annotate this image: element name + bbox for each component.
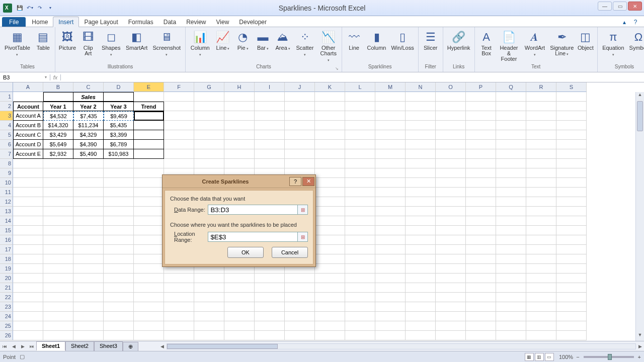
cell-J6[interactable] (285, 140, 315, 149)
cell-Q15[interactable] (496, 226, 526, 235)
col-header-N[interactable]: N (406, 82, 436, 92)
cell-P5[interactable] (466, 130, 496, 140)
cell-B24[interactable] (43, 312, 73, 321)
cell-R14[interactable] (526, 216, 556, 226)
cell-E13[interactable] (134, 207, 164, 216)
cell-N21[interactable] (406, 283, 436, 293)
cell-E6[interactable] (134, 140, 164, 149)
row-header-4[interactable]: 4 (0, 121, 13, 130)
cell-N9[interactable] (406, 168, 436, 178)
cell-S7[interactable] (556, 149, 587, 159)
table-button[interactable]: ▤Table (34, 28, 53, 52)
cell-Q11[interactable] (496, 188, 526, 197)
cell-G7[interactable] (194, 149, 224, 159)
cell-H24[interactable] (224, 312, 255, 321)
data-range-selector-icon[interactable]: ⊞ (298, 205, 308, 215)
cell-H26[interactable] (224, 331, 255, 340)
cell-H6[interactable] (224, 140, 255, 149)
cell-C6[interactable]: $4,390 (73, 140, 104, 149)
cell-D19[interactable] (104, 264, 134, 274)
cell-A5[interactable]: Account C (13, 130, 43, 140)
cell-L3[interactable] (345, 111, 375, 121)
cell-L6[interactable] (345, 140, 375, 149)
col-header-O[interactable]: O (436, 82, 466, 92)
cell-Q24[interactable] (496, 312, 526, 321)
cell-S3[interactable] (556, 111, 587, 121)
row-header-6[interactable]: 6 (0, 140, 13, 149)
cell-K11[interactable] (315, 188, 345, 197)
cell-B20[interactable] (43, 274, 73, 283)
cell-S9[interactable] (556, 168, 587, 178)
col-header-E[interactable]: E (134, 82, 164, 92)
cell-G5[interactable] (194, 130, 224, 140)
cell-S6[interactable] (556, 140, 587, 149)
cell-E8[interactable] (134, 159, 164, 168)
cell-N25[interactable] (406, 321, 436, 331)
cell-L7[interactable] (345, 149, 375, 159)
cell-M11[interactable] (375, 188, 406, 197)
cell-C13[interactable] (73, 207, 104, 216)
cell-D4[interactable]: $5,435 (104, 121, 134, 130)
cell-F25[interactable] (164, 321, 194, 331)
tab-home[interactable]: Home (27, 17, 53, 27)
cell-Q10[interactable] (496, 178, 526, 188)
cell-M24[interactable] (375, 312, 406, 321)
cell-O11[interactable] (436, 188, 466, 197)
cell-B19[interactable] (43, 264, 73, 274)
cell-P14[interactable] (466, 216, 496, 226)
cell-K1[interactable] (315, 92, 345, 102)
cell-N19[interactable] (406, 264, 436, 274)
cell-E17[interactable] (134, 245, 164, 254)
equation-button[interactable]: πEquation (600, 28, 627, 58)
cell-P2[interactable] (466, 102, 496, 111)
cell-R22[interactable] (526, 293, 556, 302)
cell-H1[interactable] (224, 92, 255, 102)
cell-A20[interactable] (13, 274, 43, 283)
cell-H25[interactable] (224, 321, 255, 331)
cell-P6[interactable] (466, 140, 496, 149)
cell-N7[interactable] (406, 149, 436, 159)
cell-P9[interactable] (466, 168, 496, 178)
cell-A4[interactable]: Account B (13, 121, 43, 130)
data-range-input[interactable] (208, 205, 298, 215)
cell-D22[interactable] (104, 293, 134, 302)
cell-Q12[interactable] (496, 197, 526, 207)
sheet-tab-sheet2[interactable]: Sheet2 (65, 341, 94, 351)
cell-C24[interactable] (73, 312, 104, 321)
cell-S11[interactable] (556, 188, 587, 197)
cell-B12[interactable] (43, 197, 73, 207)
col-header-R[interactable]: R (526, 82, 556, 92)
cell-M14[interactable] (375, 216, 406, 226)
cell-F1[interactable] (164, 92, 194, 102)
cell-A8[interactable] (13, 159, 43, 168)
cell-J20[interactable] (285, 274, 315, 283)
cell-Q22[interactable] (496, 293, 526, 302)
cell-D17[interactable] (104, 245, 134, 254)
col-header-L[interactable]: L (345, 82, 375, 92)
cell-I25[interactable] (255, 321, 285, 331)
row-header-5[interactable]: 5 (0, 130, 13, 140)
cell-O14[interactable] (436, 216, 466, 226)
cell-N11[interactable] (406, 188, 436, 197)
cell-J21[interactable] (285, 283, 315, 293)
col-header-J[interactable]: J (285, 82, 315, 92)
cell-E24[interactable] (134, 312, 164, 321)
cell-C15[interactable] (73, 226, 104, 235)
cell-G3[interactable] (194, 111, 224, 121)
cell-H7[interactable] (224, 149, 255, 159)
cell-K7[interactable] (315, 149, 345, 159)
cell-L22[interactable] (345, 293, 375, 302)
cell-O24[interactable] (436, 312, 466, 321)
cell-H5[interactable] (224, 130, 255, 140)
ok-button[interactable]: OK (227, 247, 264, 258)
view-layout-icon[interactable]: ▥ (535, 353, 544, 361)
fx-icon[interactable]: fx (50, 74, 60, 80)
cell-O2[interactable] (436, 102, 466, 111)
cell-B3[interactable]: $4,532 (43, 111, 73, 121)
cell-S20[interactable] (556, 274, 587, 283)
cell-N5[interactable] (406, 130, 436, 140)
cell-E26[interactable] (134, 331, 164, 340)
cell-D8[interactable] (104, 159, 134, 168)
row-header-25[interactable]: 25 (0, 321, 13, 331)
cell-D13[interactable] (104, 207, 134, 216)
